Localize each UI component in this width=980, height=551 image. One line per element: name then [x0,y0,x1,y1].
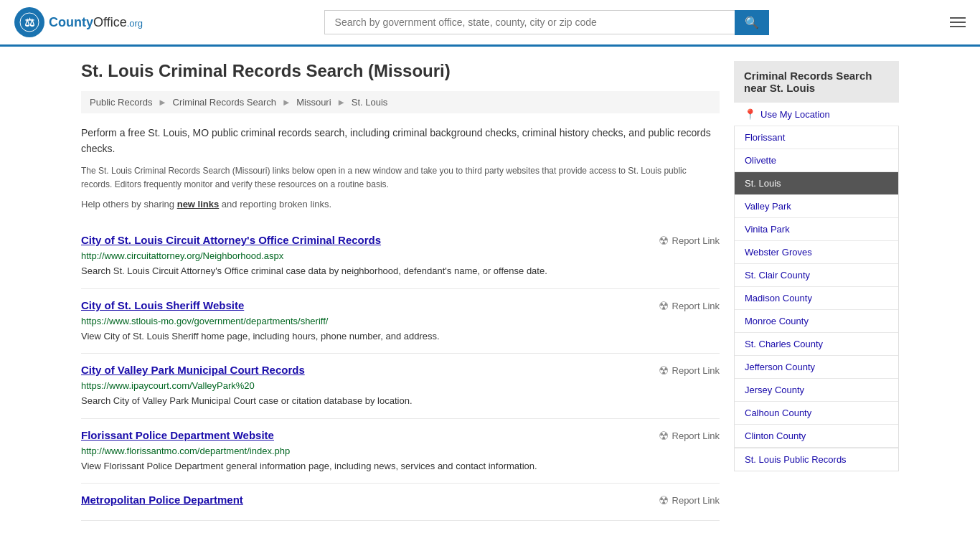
description-primary: Perform a free St. Louis, MO public crim… [81,125,720,157]
sidebar-link-st-clair-county[interactable]: St. Clair County [735,264,898,286]
logo-text: CountyOffice.org [49,15,143,30]
result-url[interactable]: https://www.ipaycourt.com/ValleyPark%20 [81,380,720,391]
result-title[interactable]: Metropolitan Police Department [81,494,243,506]
breadcrumb: Public Records ► Criminal Records Search… [81,91,720,113]
result-header: City of Valley Park Municipal Court Reco… [81,364,720,377]
sidebar-item: Webster Groves [735,241,898,264]
search-bar: 🔍 [324,10,769,35]
main-content: St. Louis Criminal Records Search (Misso… [81,61,720,521]
search-icon: 🔍 [745,17,759,29]
sidebar-link-valley-park[interactable]: Valley Park [735,195,898,217]
sidebar-item: Olivette [735,149,898,172]
result-title[interactable]: City of St. Louis Circuit Attorney's Off… [81,234,381,246]
report-icon: ☢ [659,234,669,248]
report-icon: ☢ [659,494,669,507]
help-text: Help others by sharing new links and rep… [81,199,720,209]
result-desc: View City of St. Louis Sheriff home page… [81,329,720,344]
report-link[interactable]: ☢ Report Link [659,364,720,377]
sidebar-item: Valley Park [735,195,898,218]
sidebar-link-monroe-county[interactable]: Monroe County [735,310,898,332]
page-title: St. Louis Criminal Records Search (Misso… [81,61,720,81]
sidebar-link-clinton-county[interactable]: Clinton County [735,425,898,447]
result-item: City of St. Louis Sheriff Website ☢ Repo… [81,289,720,354]
sidebar-link-jefferson-county[interactable]: Jefferson County [735,356,898,378]
sidebar-link-madison-county[interactable]: Madison County [735,287,898,309]
main-container: St. Louis Criminal Records Search (Misso… [67,47,913,535]
logo: ⚖ CountyOffice.org [14,7,143,37]
report-icon: ☢ [659,364,669,377]
breadcrumb-stlouis[interactable]: St. Louis [352,97,388,108]
breadcrumb-criminal-records[interactable]: Criminal Records Search [173,97,277,108]
menu-line [950,26,966,27]
new-links[interactable]: new links [177,199,220,209]
result-title[interactable]: City of St. Louis Sheriff Website [81,299,244,311]
breadcrumb-missouri[interactable]: Missouri [296,97,331,108]
sidebar-list: Florissant Olivette St. Louis Valley Par… [734,126,899,448]
menu-line [950,17,966,19]
svg-text:⚖: ⚖ [24,17,35,29]
sidebar-link-vinita-park[interactable]: Vinita Park [735,218,898,240]
logo-icon: ⚖ [14,7,44,37]
breadcrumb-sep: ► [158,97,167,108]
use-my-location[interactable]: 📍 Use My Location [734,103,899,126]
report-link[interactable]: ☢ Report Link [659,234,720,248]
report-link[interactable]: ☢ Report Link [659,494,720,507]
result-header: Florissant Police Department Website ☢ R… [81,429,720,443]
sidebar-item: Jersey County [735,379,898,402]
report-icon: ☢ [659,429,669,443]
breadcrumb-sep: ► [282,97,291,108]
sidebar-link-jersey-county[interactable]: Jersey County [735,379,898,401]
sidebar-item: St. Clair County [735,264,898,287]
sidebar-item-active: St. Louis [735,172,898,195]
location-icon: 📍 [744,108,756,120]
result-desc: Search City of Valley Park Municipal Cou… [81,394,720,408]
menu-line [950,22,966,23]
report-icon: ☢ [659,299,669,313]
sidebar-item: Monroe County [735,310,898,333]
breadcrumb-sep: ► [336,97,346,108]
sidebar-link-calhoun-county[interactable]: Calhoun County [735,402,898,424]
site-header: ⚖ CountyOffice.org 🔍 [0,0,980,47]
result-header: Metropolitan Police Department ☢ Report … [81,494,720,507]
result-item: Florissant Police Department Website ☢ R… [81,419,720,484]
sidebar-link-webster-groves[interactable]: Webster Groves [735,241,898,263]
sidebar-header: Criminal Records Search near St. Louis [734,61,899,103]
result-item: City of Valley Park Municipal Court Reco… [81,354,720,419]
result-url[interactable]: http://www.circuitattorney.org/Neighborh… [81,250,720,261]
sidebar-link-st-charles-county[interactable]: St. Charles County [735,333,898,355]
sidebar-item: Vinita Park [735,218,898,241]
sidebar-item: Clinton County [735,425,898,448]
report-link[interactable]: ☢ Report Link [659,429,720,443]
result-item: Metropolitan Police Department ☢ Report … [81,484,720,521]
sidebar-item: Calhoun County [735,402,898,425]
result-header: City of St. Louis Circuit Attorney's Off… [81,234,720,248]
result-url[interactable]: https://www.stlouis-mo.gov/government/de… [81,316,720,326]
result-url[interactable]: http://www.florissantmo.com/department/i… [81,446,720,456]
sidebar-link-florissant[interactable]: Florissant [735,126,898,149]
sidebar-bottom-label[interactable]: St. Louis Public Records [734,448,899,471]
sidebar-link-olivette[interactable]: Olivette [735,149,898,171]
sidebar-item: Florissant [735,126,898,149]
description-secondary: The St. Louis Criminal Records Search (M… [81,164,720,192]
search-button[interactable]: 🔍 [735,10,769,35]
sidebar: Criminal Records Search near St. Louis 📍… [734,61,899,521]
result-header: City of St. Louis Sheriff Website ☢ Repo… [81,299,720,313]
result-desc: View Florissant Police Department genera… [81,459,720,474]
report-link[interactable]: ☢ Report Link [659,299,720,313]
sidebar-item: St. Charles County [735,333,898,356]
result-title[interactable]: Florissant Police Department Website [81,429,274,441]
sidebar-item: Jefferson County [735,356,898,379]
menu-button[interactable] [950,17,966,27]
sidebar-link-stlouis[interactable]: St. Louis [735,172,898,194]
breadcrumb-public-records[interactable]: Public Records [90,97,152,108]
search-input[interactable] [324,10,735,34]
result-title[interactable]: City of Valley Park Municipal Court Reco… [81,364,305,376]
result-item: City of St. Louis Circuit Attorney's Off… [81,224,720,289]
location-label: Use My Location [760,109,830,120]
sidebar-item: Madison County [735,287,898,310]
result-desc: Search St. Louis Circuit Attorney's Offi… [81,264,720,278]
